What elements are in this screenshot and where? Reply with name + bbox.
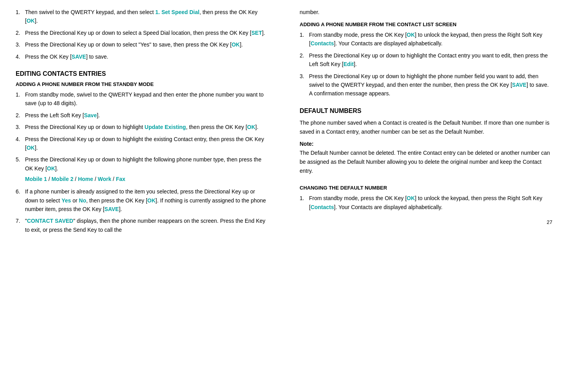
list-item: Press the Directional Key up or down to … [16, 135, 269, 152]
list-item: "CONTACT SAVED" displays, then the phone… [16, 217, 269, 234]
ok-bracket: OK [27, 145, 35, 151]
right-column: number. ADDING A PHONE NUMBER FROM THE C… [292, 8, 553, 237]
standby-subtitle: ADDING A PHONE NUMBER FROM THE STANDBY M… [16, 81, 269, 87]
ok-bracket: OK [407, 32, 415, 38]
yes-link: Yes [61, 197, 71, 204]
list-item: From standby mode, swivel to the QWERTY … [16, 90, 269, 108]
list-item: Press the Directional Key up or down to … [16, 40, 269, 49]
note-paragraph: Note: The Default Number cannot be delet… [300, 140, 553, 175]
editing-list: From standby mode, swivel to the QWERTY … [16, 90, 269, 234]
editing-title: EDITING CONTACTS ENTRIES [16, 70, 269, 77]
no-link: No [79, 197, 86, 204]
list-item: Press the Left Soft Key [Save]. [16, 111, 269, 120]
fax-link: Fax [116, 176, 125, 182]
changing-default-section: CHANGING THE DEFAULT NUMBER From standby… [300, 185, 553, 211]
save-bracket: SAVE [512, 82, 527, 88]
save-bracket: SAVE [104, 206, 119, 212]
note-label: Note: [300, 141, 314, 147]
left-column: Then swivel to the QWERTY keypad, and th… [16, 8, 276, 237]
note-text: The Default Number cannot be deleted. Th… [300, 150, 550, 174]
list-item: Press the OK Key [SAVE] to save. [16, 52, 269, 61]
home-link: Home [78, 176, 93, 182]
phone-type-links: Mobile 1 / Mobile 2 / Home / Work / Fax [25, 174, 269, 184]
ok-bracket: OK [231, 41, 240, 48]
contact-list-section: ADDING A PHONE NUMBER FROM THE CONTACT L… [300, 21, 553, 98]
contacts-bracket: Contacts [310, 40, 334, 47]
update-existing-link: Update Existing [145, 124, 186, 130]
list-item: If a phone number is already assigned to… [16, 187, 269, 213]
list-item: From standby mode, press the OK Key [OK]… [300, 30, 553, 48]
ok-bracket: OK [47, 165, 55, 172]
list-item: Press the Directional Key up or down to … [16, 155, 269, 184]
list-item: From standby mode, press the OK Key [OK]… [300, 194, 553, 211]
list-item: Press the Directional Key up or down to … [300, 51, 553, 69]
contact-saved-text: CONTACT SAVED [27, 218, 73, 224]
page-number: 27 [300, 219, 553, 225]
save-bracket: SAVE [72, 54, 86, 60]
continued-number-text: number. [300, 8, 553, 17]
save-bracket: Save [84, 112, 97, 118]
changing-default-title: CHANGING THE DEFAULT NUMBER [300, 185, 553, 191]
mobile2-link: Mobile 2 [52, 176, 73, 182]
list-item: Then swivel to the QWERTY keypad, and th… [16, 8, 269, 25]
contact-list-title: ADDING A PHONE NUMBER FROM THE CONTACT L… [300, 21, 553, 27]
mobile1-link: Mobile 1 [25, 176, 47, 182]
set-bracket: SET [251, 30, 262, 36]
ok-bracket: OK [407, 195, 415, 201]
intro-list: Then swivel to the QWERTY keypad, and th… [16, 8, 269, 61]
contacts-bracket: Contacts [310, 204, 334, 210]
ok-bracket: OK [27, 18, 35, 24]
default-numbers-section: DEFAULT NUMBERS The phone number saved w… [300, 107, 553, 176]
ok-bracket: OK [247, 124, 255, 130]
list-item: Press the Directional Key up or down to … [16, 29, 269, 37]
edit-bracket: Edit [343, 61, 353, 67]
speed-dial-link: 1. Set Speed Dial [155, 9, 199, 15]
ok-bracket: OK [147, 197, 156, 204]
default-numbers-para1: The phone number saved when a Contact is… [300, 118, 553, 136]
list-item: Press the Directional Key up or down to … [300, 72, 553, 98]
editing-section: EDITING CONTACTS ENTRIES ADDING A PHONE … [16, 70, 269, 234]
contact-list-items: From standby mode, press the OK Key [OK]… [300, 30, 553, 98]
page-container: Then swivel to the QWERTY keypad, and th… [16, 8, 552, 237]
changing-default-list: From standby mode, press the OK Key [OK]… [300, 194, 553, 211]
work-link: Work [98, 176, 111, 182]
default-numbers-title: DEFAULT NUMBERS [300, 107, 553, 115]
list-item: Press the Directional Key up or down to … [16, 123, 269, 131]
